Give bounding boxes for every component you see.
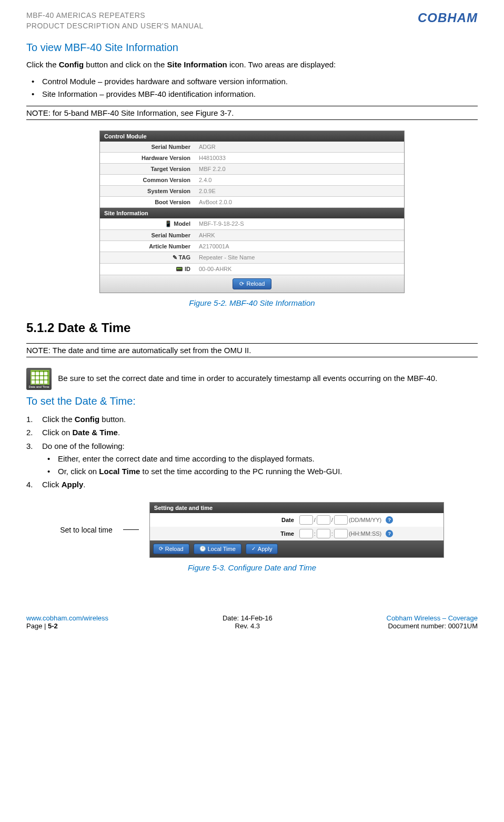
table-row: System Version2.0.9E xyxy=(100,186,404,197)
figure-caption-5-2: Figure 5-2. MBF-40 Site Information xyxy=(26,298,478,307)
reload-toolbar: ⟳Reload xyxy=(100,275,404,293)
local-time-button[interactable]: 🕐Local Time xyxy=(194,544,241,554)
second-field[interactable] xyxy=(334,529,348,538)
step-list: Click the Config button. Click on Date &… xyxy=(26,413,478,492)
refresh-icon: ⟳ xyxy=(239,280,244,287)
button-toolbar: ⟳Reload 🕐Local Time ✓Apply xyxy=(150,540,443,557)
bullet-item: Site Information – provides MBF-40 ident… xyxy=(26,88,478,101)
bullet-item: Control Module – provides hardware and s… xyxy=(26,75,478,88)
time-hint: (HH:MM:SS) xyxy=(349,530,381,537)
table-row: Serial NumberAHRK xyxy=(100,230,404,241)
footer-right: Cobham Wireless – Coverage Document numb… xyxy=(387,614,478,630)
panel-header-site-info: Site Information xyxy=(100,208,404,218)
list-item: Do one of the following: Either, enter t… xyxy=(26,439,478,478)
refresh-icon: ⟳ xyxy=(159,546,163,552)
date-row: Date / / (DD/MM/YY) ? xyxy=(150,513,443,527)
cobham-logo: COBHAM xyxy=(418,11,478,25)
help-icon[interactable]: ? xyxy=(386,516,393,524)
note-box-2: NOTE: The date and time are automaticall… xyxy=(26,343,478,357)
section-heading-site-info: To view MBF-40 Site Information xyxy=(26,42,478,54)
footer-page: Page | 5-2 xyxy=(26,622,108,630)
footer-docnum: Document number: 00071UM xyxy=(387,622,478,630)
day-field[interactable] xyxy=(299,515,313,525)
time-inputs: : : (HH:MM:SS) ? xyxy=(299,529,393,538)
header-line1: MBF-40 AMERICAS REPEATERS xyxy=(26,11,204,21)
page-footer: www.cobham.com/wireless Page | 5-2 Date:… xyxy=(26,614,478,630)
list-item: Or, click on Local Time to set the time … xyxy=(47,465,478,478)
footer-date: Date: 14-Feb-16 xyxy=(223,614,273,622)
clock-icon: 🕐 xyxy=(199,546,206,552)
list-item: Either, enter the correct date and time … xyxy=(47,453,478,465)
hour-field[interactable] xyxy=(299,529,313,538)
callout-local-time: Set to local time xyxy=(60,526,113,534)
footer-rev: Rev. 4.3 xyxy=(223,622,273,630)
header-line2: PRODUCT DESCRIPTION AND USER'S MANUAL xyxy=(26,21,204,32)
table-row: 📟 ID00-00-AHRK xyxy=(100,264,404,275)
intro-paragraph: Click the Config button and click on the… xyxy=(26,59,478,71)
arrow-icon xyxy=(123,529,139,530)
list-item: Click Apply. xyxy=(26,478,478,492)
control-module-panel: Control Module Serial NumberADGR Hardwar… xyxy=(99,131,405,293)
bullet-list-site-info: Control Module – provides hardware and s… xyxy=(26,75,478,101)
apply-button[interactable]: ✓Apply xyxy=(246,544,278,554)
footer-center: Date: 14-Feb-16 Rev. 4.3 xyxy=(223,614,273,630)
table-row: Common Version2.4.0 xyxy=(100,175,404,186)
table-row: Target VersionMBF 2.2.0 xyxy=(100,164,404,175)
list-item: Click the Config button. xyxy=(26,413,478,426)
panel-header-datetime: Setting date and time xyxy=(150,503,443,513)
figure-caption-5-3: Figure 5-3. Configure Date and Time xyxy=(26,563,478,572)
date-inputs: / / (DD/MM/YY) ? xyxy=(299,515,393,525)
table-row: Article NumberA2170001A xyxy=(100,241,404,252)
table-row: Hardware VersionH4810033 xyxy=(100,153,404,164)
note-box-1: NOTE: for 5-band MBF-40 Site Information… xyxy=(26,106,478,120)
time-label: Time xyxy=(152,530,299,537)
table-row: Boot VersionAvBoot 2.0.0 xyxy=(100,197,404,208)
date-and-time-icon xyxy=(26,368,52,390)
check-icon: ✓ xyxy=(251,546,256,552)
reload-button[interactable]: ⟳Reload xyxy=(233,278,272,289)
date-time-intro: Be sure to set the correct date and time… xyxy=(26,368,478,390)
sub-bullet-list: Either, enter the correct date and time … xyxy=(47,453,478,478)
screenshot-control-module: Control Module Serial NumberADGR Hardwar… xyxy=(26,131,478,293)
table-row: Serial NumberADGR xyxy=(100,142,404,153)
page-header: MBF-40 AMERICAS REPEATERS PRODUCT DESCRI… xyxy=(26,11,478,31)
header-title-block: MBF-40 AMERICAS REPEATERS PRODUCT DESCRI… xyxy=(26,11,204,31)
reload-button[interactable]: ⟳Reload xyxy=(153,544,189,554)
year-field[interactable] xyxy=(334,515,348,525)
footer-company: Cobham Wireless – Coverage xyxy=(387,614,478,622)
table-row: 📱 ModelMBF-T-9-18-22-S xyxy=(100,218,404,230)
time-row: Time : : (HH:MM:SS) ? xyxy=(150,527,443,540)
minute-field[interactable] xyxy=(317,529,330,538)
footer-left: www.cobham.com/wireless Page | 5-2 xyxy=(26,614,108,630)
date-label: Date xyxy=(152,517,299,523)
footer-url: www.cobham.com/wireless xyxy=(26,614,108,622)
list-item: Click on Date & Time. xyxy=(26,426,478,439)
screenshot-date-time: Set to local time Setting date and time … xyxy=(26,502,478,558)
date-hint: (DD/MM/YY) xyxy=(349,517,381,523)
table-row: ✎ TAGRepeater - Site Name xyxy=(100,252,404,264)
section-heading-set-date: To set the Date & Time: xyxy=(26,395,478,407)
help-icon[interactable]: ? xyxy=(386,530,393,537)
heading-date-time: 5.1.2 Date & Time xyxy=(26,320,478,335)
month-field[interactable] xyxy=(317,515,330,525)
date-time-panel: Setting date and time Date / / (DD/MM/YY… xyxy=(149,502,444,558)
panel-header-control: Control Module xyxy=(100,131,404,142)
